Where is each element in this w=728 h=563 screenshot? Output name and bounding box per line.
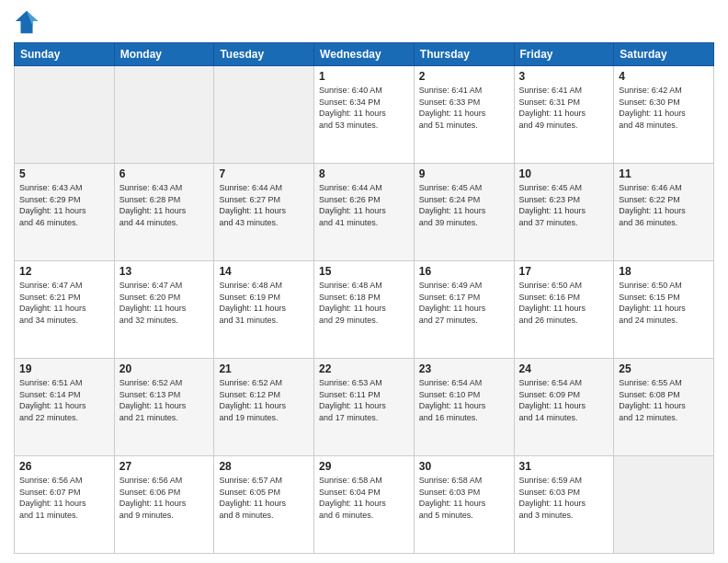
day-info: Sunrise: 6:51 AM Sunset: 6:14 PM Dayligh… xyxy=(19,377,109,423)
day-cell: 20Sunrise: 6:52 AM Sunset: 6:13 PM Dayli… xyxy=(114,359,214,456)
day-cell: 6Sunrise: 6:43 AM Sunset: 6:28 PM Daylig… xyxy=(114,164,214,261)
svg-marker-0 xyxy=(16,11,38,33)
day-info: Sunrise: 6:44 AM Sunset: 6:27 PM Dayligh… xyxy=(219,182,309,228)
day-info: Sunrise: 6:54 AM Sunset: 6:09 PM Dayligh… xyxy=(519,377,609,423)
day-cell: 3Sunrise: 6:41 AM Sunset: 6:31 PM Daylig… xyxy=(514,66,614,164)
day-number: 13 xyxy=(119,265,210,278)
weekday-header-wednesday: Wednesday xyxy=(314,43,415,66)
day-number: 25 xyxy=(619,362,709,375)
day-cell: 22Sunrise: 6:53 AM Sunset: 6:11 PM Dayli… xyxy=(314,359,415,456)
calendar-table: SundayMondayTuesdayWednesdayThursdayFrid… xyxy=(14,42,714,554)
day-cell: 5Sunrise: 6:43 AM Sunset: 6:29 PM Daylig… xyxy=(15,164,115,261)
day-cell: 17Sunrise: 6:50 AM Sunset: 6:16 PM Dayli… xyxy=(514,261,614,359)
day-cell: 11Sunrise: 6:46 AM Sunset: 6:22 PM Dayli… xyxy=(614,164,714,261)
day-info: Sunrise: 6:57 AM Sunset: 6:05 PM Dayligh… xyxy=(219,475,309,521)
day-cell: 4Sunrise: 6:42 AM Sunset: 6:30 PM Daylig… xyxy=(614,66,714,164)
day-number: 16 xyxy=(419,265,509,278)
day-info: Sunrise: 6:47 AM Sunset: 6:20 PM Dayligh… xyxy=(119,280,210,326)
day-info: Sunrise: 6:56 AM Sunset: 6:07 PM Dayligh… xyxy=(19,475,109,521)
day-number: 17 xyxy=(519,265,609,278)
page: SundayMondayTuesdayWednesdayThursdayFrid… xyxy=(0,0,728,563)
day-number: 27 xyxy=(119,460,210,473)
day-info: Sunrise: 6:42 AM Sunset: 6:30 PM Dayligh… xyxy=(619,85,709,131)
week-row-4: 26Sunrise: 6:56 AM Sunset: 6:07 PM Dayli… xyxy=(15,456,714,554)
weekday-header-tuesday: Tuesday xyxy=(214,43,314,66)
day-cell: 10Sunrise: 6:45 AM Sunset: 6:23 PM Dayli… xyxy=(514,164,614,261)
weekday-header-row: SundayMondayTuesdayWednesdayThursdayFrid… xyxy=(15,43,714,66)
day-info: Sunrise: 6:48 AM Sunset: 6:19 PM Dayligh… xyxy=(219,280,309,326)
day-number: 1 xyxy=(319,70,409,83)
day-cell xyxy=(214,66,314,164)
day-number: 23 xyxy=(419,362,509,375)
day-cell: 15Sunrise: 6:48 AM Sunset: 6:18 PM Dayli… xyxy=(314,261,415,359)
day-cell: 28Sunrise: 6:57 AM Sunset: 6:05 PM Dayli… xyxy=(214,456,314,554)
day-info: Sunrise: 6:45 AM Sunset: 6:23 PM Dayligh… xyxy=(519,182,609,228)
day-cell: 8Sunrise: 6:44 AM Sunset: 6:26 PM Daylig… xyxy=(314,164,415,261)
day-info: Sunrise: 6:58 AM Sunset: 6:04 PM Dayligh… xyxy=(319,475,409,521)
week-row-3: 19Sunrise: 6:51 AM Sunset: 6:14 PM Dayli… xyxy=(15,359,714,456)
day-number: 9 xyxy=(419,167,509,180)
day-number: 7 xyxy=(219,167,309,180)
day-number: 10 xyxy=(519,167,609,180)
day-info: Sunrise: 6:40 AM Sunset: 6:34 PM Dayligh… xyxy=(319,85,409,131)
day-number: 26 xyxy=(19,460,109,473)
day-info: Sunrise: 6:45 AM Sunset: 6:24 PM Dayligh… xyxy=(419,182,509,228)
day-number: 20 xyxy=(119,362,210,375)
header xyxy=(14,9,714,35)
day-info: Sunrise: 6:56 AM Sunset: 6:06 PM Dayligh… xyxy=(119,475,210,521)
day-number: 29 xyxy=(319,460,409,473)
day-info: Sunrise: 6:58 AM Sunset: 6:03 PM Dayligh… xyxy=(419,475,509,521)
day-number: 11 xyxy=(619,167,709,180)
day-info: Sunrise: 6:54 AM Sunset: 6:10 PM Dayligh… xyxy=(419,377,509,423)
day-cell: 21Sunrise: 6:52 AM Sunset: 6:12 PM Dayli… xyxy=(214,359,314,456)
day-cell: 12Sunrise: 6:47 AM Sunset: 6:21 PM Dayli… xyxy=(15,261,115,359)
day-number: 6 xyxy=(119,167,210,180)
week-row-2: 12Sunrise: 6:47 AM Sunset: 6:21 PM Dayli… xyxy=(15,261,714,359)
day-cell: 16Sunrise: 6:49 AM Sunset: 6:17 PM Dayli… xyxy=(414,261,514,359)
day-info: Sunrise: 6:46 AM Sunset: 6:22 PM Dayligh… xyxy=(619,182,709,228)
day-number: 14 xyxy=(219,265,309,278)
week-row-0: 1Sunrise: 6:40 AM Sunset: 6:34 PM Daylig… xyxy=(15,66,714,164)
weekday-header-monday: Monday xyxy=(114,43,214,66)
day-cell: 18Sunrise: 6:50 AM Sunset: 6:15 PM Dayli… xyxy=(614,261,714,359)
day-info: Sunrise: 6:53 AM Sunset: 6:11 PM Dayligh… xyxy=(319,377,409,423)
day-cell: 24Sunrise: 6:54 AM Sunset: 6:09 PM Dayli… xyxy=(514,359,614,456)
day-number: 2 xyxy=(419,70,509,83)
day-number: 18 xyxy=(619,265,709,278)
logo xyxy=(14,9,43,35)
weekday-header-thursday: Thursday xyxy=(414,43,514,66)
day-number: 21 xyxy=(219,362,309,375)
day-cell: 2Sunrise: 6:41 AM Sunset: 6:33 PM Daylig… xyxy=(414,66,514,164)
day-cell: 1Sunrise: 6:40 AM Sunset: 6:34 PM Daylig… xyxy=(314,66,415,164)
day-cell: 14Sunrise: 6:48 AM Sunset: 6:19 PM Dayli… xyxy=(214,261,314,359)
day-cell: 30Sunrise: 6:58 AM Sunset: 6:03 PM Dayli… xyxy=(414,456,514,554)
day-cell xyxy=(614,456,714,554)
day-number: 30 xyxy=(419,460,509,473)
day-info: Sunrise: 6:59 AM Sunset: 6:03 PM Dayligh… xyxy=(519,475,609,521)
day-cell: 26Sunrise: 6:56 AM Sunset: 6:07 PM Dayli… xyxy=(15,456,115,554)
week-row-1: 5Sunrise: 6:43 AM Sunset: 6:29 PM Daylig… xyxy=(15,164,714,261)
day-info: Sunrise: 6:52 AM Sunset: 6:12 PM Dayligh… xyxy=(219,377,309,423)
day-cell: 25Sunrise: 6:55 AM Sunset: 6:08 PM Dayli… xyxy=(614,359,714,456)
day-number: 12 xyxy=(19,265,109,278)
day-info: Sunrise: 6:52 AM Sunset: 6:13 PM Dayligh… xyxy=(119,377,210,423)
day-number: 24 xyxy=(519,362,609,375)
day-info: Sunrise: 6:44 AM Sunset: 6:26 PM Dayligh… xyxy=(319,182,409,228)
day-cell xyxy=(15,66,115,164)
day-info: Sunrise: 6:41 AM Sunset: 6:33 PM Dayligh… xyxy=(419,85,509,131)
day-info: Sunrise: 6:49 AM Sunset: 6:17 PM Dayligh… xyxy=(419,280,509,326)
day-number: 31 xyxy=(519,460,609,473)
day-number: 15 xyxy=(319,265,409,278)
day-cell: 13Sunrise: 6:47 AM Sunset: 6:20 PM Dayli… xyxy=(114,261,214,359)
weekday-header-sunday: Sunday xyxy=(15,43,115,66)
logo-icon xyxy=(14,9,40,35)
day-cell: 23Sunrise: 6:54 AM Sunset: 6:10 PM Dayli… xyxy=(414,359,514,456)
day-info: Sunrise: 6:41 AM Sunset: 6:31 PM Dayligh… xyxy=(519,85,609,131)
day-cell: 7Sunrise: 6:44 AM Sunset: 6:27 PM Daylig… xyxy=(214,164,314,261)
weekday-header-friday: Friday xyxy=(514,43,614,66)
day-info: Sunrise: 6:47 AM Sunset: 6:21 PM Dayligh… xyxy=(19,280,109,326)
day-cell: 29Sunrise: 6:58 AM Sunset: 6:04 PM Dayli… xyxy=(314,456,415,554)
day-info: Sunrise: 6:55 AM Sunset: 6:08 PM Dayligh… xyxy=(619,377,709,423)
day-cell: 9Sunrise: 6:45 AM Sunset: 6:24 PM Daylig… xyxy=(414,164,514,261)
day-number: 8 xyxy=(319,167,409,180)
